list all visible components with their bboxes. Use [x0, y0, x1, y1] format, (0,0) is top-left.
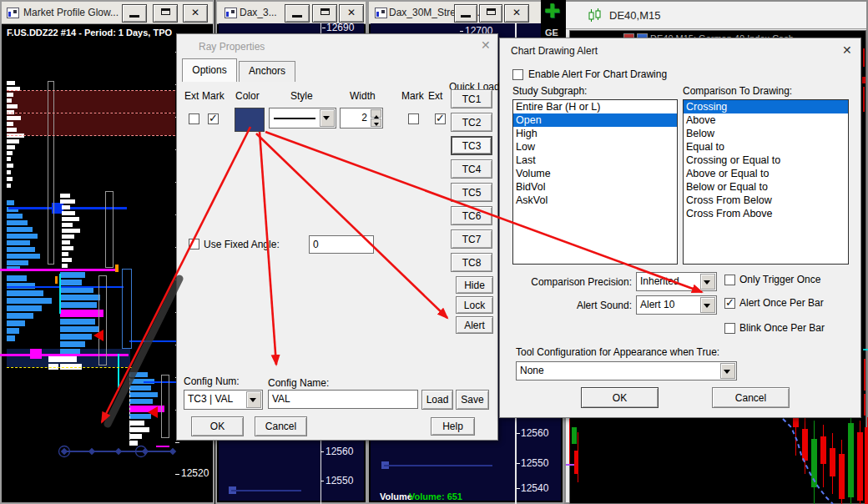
comparison-list[interactable]: CrossingAboveBelowEqual toCrossing or Eq…: [683, 99, 849, 265]
chart-window-icon: [225, 8, 237, 18]
list-item[interactable]: AskVol: [513, 194, 677, 207]
enable-alert-label: Enable Alert For Chart Drawing: [528, 68, 667, 80]
window-title: Market Profile Glow...: [23, 7, 119, 18]
cancel-button[interactable]: Cancel: [712, 387, 790, 408]
ok-button[interactable]: OK: [581, 387, 659, 408]
quick-load-column: TC1TC2TC3TC4TC5TC6TC7TC8: [451, 34, 492, 318]
window-title: DE40,M15: [609, 9, 660, 22]
width-stepper[interactable]: 2: [340, 108, 383, 129]
chevron-down-icon: [320, 109, 335, 127]
only-trigger-once-checkbox[interactable]: [724, 275, 735, 285]
chevron-down-icon: [720, 363, 735, 379]
close-icon[interactable]: ✕: [842, 43, 852, 57]
color-swatch[interactable]: [235, 108, 265, 132]
tool-configuration-select[interactable]: None: [516, 361, 737, 381]
spinner-icons[interactable]: [371, 109, 381, 127]
enable-alert-checkbox[interactable]: [512, 69, 523, 80]
dialog-title: Ray Properties: [199, 41, 265, 53]
list-item[interactable]: Entire Bar (H or L): [513, 100, 677, 113]
titlebar[interactable]: Dax_30M_Strefy F... ✕: [369, 2, 563, 24]
selected-value: Inherited: [640, 275, 679, 287]
close-button[interactable]: ✕: [339, 4, 364, 23]
maximize-button[interactable]: [153, 4, 178, 23]
list-item[interactable]: Cross From Above: [684, 207, 848, 220]
col-width-label: Width: [350, 90, 376, 102]
ray-properties-dialog: Ray Properties ✕ Options Anchors Quick L…: [176, 33, 498, 441]
quick-load-tc2-button[interactable]: TC2: [451, 113, 492, 132]
lock-button[interactable]: Lock: [456, 296, 493, 314]
list-item[interactable]: Below or Equal to: [684, 180, 848, 194]
chevron-down-icon: [700, 297, 715, 313]
config-num-label: Config Num:: [184, 375, 240, 387]
quick-load-tc5-button[interactable]: TC5: [451, 183, 492, 202]
alert-button[interactable]: Alert: [456, 316, 493, 334]
list-item[interactable]: Above: [684, 113, 848, 127]
blink-once-per-bar-label: Blink Once Per Bar: [739, 322, 825, 334]
chart-drawing-alert-dialog: Chart Drawing Alert ✕ Enable Alert For C…: [499, 38, 861, 418]
quick-load-tc3-button[interactable]: TC3: [451, 136, 492, 155]
alert-once-per-bar-checkbox[interactable]: [724, 298, 735, 309]
list-item[interactable]: Crossing or Equal to: [684, 154, 848, 167]
titlebar[interactable]: Market Profile Glow... ✕: [2, 2, 213, 24]
fixed-angle-field[interactable]: 0: [309, 235, 374, 254]
comparison-precision-select[interactable]: Inherited: [636, 272, 717, 291]
maximize-button[interactable]: [479, 4, 502, 23]
ext-checkbox[interactable]: [189, 113, 199, 124]
help-button[interactable]: Help: [431, 417, 475, 436]
col-mark-label: Mark: [202, 90, 225, 102]
list-item[interactable]: BidVol: [513, 180, 677, 194]
close-button[interactable]: ✕: [183, 4, 208, 23]
save-button[interactable]: Save: [456, 390, 489, 410]
window-title: Dax_3...: [240, 7, 277, 18]
tab-anchors[interactable]: Anchors: [239, 61, 295, 82]
alert-sound-select[interactable]: Alert 10: [636, 295, 717, 315]
comparison-label: Comparison To Drawing:: [683, 85, 792, 97]
spin-down-icon[interactable]: [371, 118, 381, 127]
list-item[interactable]: Low: [513, 140, 677, 154]
config-num-select[interactable]: TC3 | VAL: [184, 390, 263, 410]
spin-up-icon[interactable]: [371, 109, 381, 118]
quick-load-tc1-button[interactable]: TC1: [451, 89, 492, 108]
line-style-select[interactable]: [269, 108, 336, 129]
quick-load-tc7-button[interactable]: TC7: [451, 229, 492, 249]
list-item[interactable]: Equal to: [684, 140, 848, 154]
mark-checkbox[interactable]: [208, 113, 219, 124]
list-item[interactable]: Crossing: [684, 100, 848, 113]
quick-load-tc8-button[interactable]: TC8: [451, 253, 492, 272]
mark2-checkbox[interactable]: [408, 113, 419, 124]
config-name-field[interactable]: VAL: [268, 390, 418, 409]
minimize-button[interactable]: [285, 4, 310, 23]
list-item[interactable]: Above or Equal to: [684, 167, 848, 180]
list-item[interactable]: Below: [684, 127, 848, 140]
list-item[interactable]: Volume: [513, 167, 677, 180]
col-ext2-label: Ext: [428, 90, 442, 102]
col-mark2-label: Mark: [401, 90, 424, 102]
load-button[interactable]: Load: [421, 390, 453, 410]
minimize-button[interactable]: [454, 4, 477, 23]
maximize-button[interactable]: [312, 4, 337, 23]
tab-options[interactable]: Options: [182, 58, 237, 82]
minimize-button[interactable]: [122, 4, 147, 23]
blink-once-per-bar-checkbox[interactable]: [724, 323, 735, 334]
selected-value: None: [520, 365, 544, 376]
col-color-label: Color: [235, 90, 260, 102]
ext2-checkbox[interactable]: [435, 113, 446, 124]
hide-button[interactable]: Hide: [456, 276, 493, 294]
close-button[interactable]: ✕: [504, 4, 529, 23]
titlebar[interactable]: DE40,M15: [566, 2, 866, 29]
width-value: 2: [361, 112, 367, 123]
only-trigger-once-label: Only Trigger Once: [739, 274, 820, 285]
list-item[interactable]: High: [513, 127, 677, 140]
study-subgraph-list[interactable]: Entire Bar (H or L)OpenHighLowLastVolume…: [512, 99, 678, 265]
quick-load-tc4-button[interactable]: TC4: [451, 159, 492, 179]
titlebar[interactable]: Dax_3... ✕: [217, 2, 366, 24]
quick-load-tc6-button[interactable]: TC6: [451, 206, 492, 225]
use-fixed-angle-checkbox[interactable]: [189, 239, 199, 249]
selected-value: TC3 | VAL: [188, 393, 233, 405]
list-item[interactable]: Cross From Below: [684, 194, 848, 207]
chart-window-icon: [375, 8, 387, 18]
ok-button[interactable]: OK: [191, 416, 244, 436]
list-item[interactable]: Last: [513, 154, 677, 167]
list-item[interactable]: Open: [513, 113, 677, 127]
cancel-button[interactable]: Cancel: [255, 416, 307, 436]
